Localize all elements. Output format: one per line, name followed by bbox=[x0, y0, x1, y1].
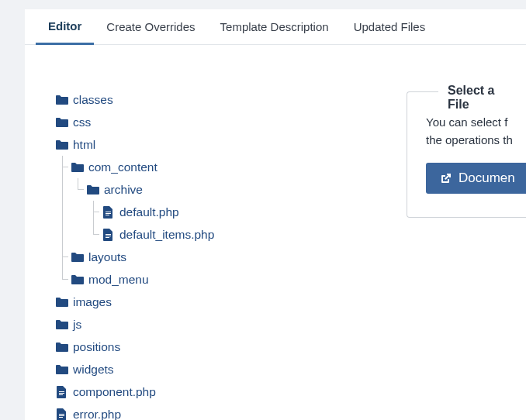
folder-icon bbox=[54, 93, 68, 107]
folder-icon bbox=[70, 273, 84, 287]
folder-positions[interactable]: positions bbox=[54, 336, 358, 358]
tab-bar: Editor Create Overrides Template Descrip… bbox=[25, 9, 526, 45]
folder-html[interactable]: html bbox=[54, 133, 358, 156]
folder-label: layouts bbox=[88, 251, 126, 263]
folder-js[interactable]: js bbox=[54, 313, 358, 336]
folder-icon bbox=[54, 340, 68, 354]
tab-updated-files[interactable]: Updated Files bbox=[341, 9, 438, 45]
folder-icon bbox=[54, 363, 68, 377]
tab-label: Template Description bbox=[220, 20, 329, 33]
file-tree: classes css html com_content bbox=[25, 88, 358, 420]
file-icon bbox=[54, 385, 68, 399]
file-default-items-php[interactable]: default_items.php bbox=[54, 223, 358, 246]
external-link-icon bbox=[440, 172, 452, 184]
tab-template-description[interactable]: Template Description bbox=[208, 9, 341, 45]
file-label: default_items.php bbox=[119, 229, 214, 241]
folder-label: html bbox=[73, 139, 95, 151]
folder-widgets[interactable]: widgets bbox=[54, 358, 358, 380]
folder-archive[interactable]: archive bbox=[54, 178, 358, 201]
folder-label: widgets bbox=[73, 363, 114, 376]
folder-open-icon bbox=[70, 160, 84, 174]
folder-icon bbox=[54, 318, 68, 332]
folder-label: css bbox=[73, 116, 91, 129]
file-component-php[interactable]: component.php bbox=[54, 380, 358, 403]
file-icon bbox=[54, 408, 68, 421]
file-label: default.php bbox=[119, 206, 179, 219]
folder-open-icon bbox=[54, 138, 68, 152]
tab-editor[interactable]: Editor bbox=[36, 9, 94, 45]
folder-label: classes bbox=[73, 94, 113, 106]
folder-icon bbox=[70, 250, 84, 264]
file-default-php[interactable]: default.php bbox=[54, 201, 358, 223]
file-error-php[interactable]: error.php bbox=[54, 403, 358, 420]
folder-label: images bbox=[73, 296, 112, 308]
tab-label: Create Overrides bbox=[106, 20, 195, 33]
folder-label: positions bbox=[73, 341, 120, 353]
tab-label: Editor bbox=[48, 19, 81, 33]
folder-css[interactable]: css bbox=[54, 111, 358, 133]
tab-create-overrides[interactable]: Create Overrides bbox=[94, 9, 207, 45]
folder-open-icon bbox=[85, 183, 99, 197]
tab-label: Updated Files bbox=[354, 20, 426, 33]
file-label: error.php bbox=[73, 408, 121, 420]
editor-panel: Editor Create Overrides Template Descrip… bbox=[25, 9, 526, 420]
folder-icon bbox=[54, 115, 68, 129]
button-label: Documen bbox=[459, 170, 515, 186]
file-label: component.php bbox=[73, 386, 156, 398]
documentation-button[interactable]: Documen bbox=[426, 163, 526, 194]
select-file-title: Select a File bbox=[438, 84, 526, 112]
folder-label: com_content bbox=[88, 161, 157, 174]
folder-mod-menu[interactable]: mod_menu bbox=[54, 268, 358, 291]
folder-layouts[interactable]: layouts bbox=[54, 246, 358, 268]
select-file-text: You can select f the operations th bbox=[426, 114, 526, 149]
file-icon bbox=[101, 205, 115, 219]
folder-label: mod_menu bbox=[88, 274, 149, 286]
select-file-box: Select a File You can select f the opera… bbox=[407, 91, 526, 218]
folder-label: js bbox=[73, 318, 81, 331]
folder-label: archive bbox=[104, 184, 143, 196]
folder-icon bbox=[54, 295, 68, 309]
file-icon bbox=[101, 228, 115, 242]
folder-images[interactable]: images bbox=[54, 291, 358, 313]
folder-classes[interactable]: classes bbox=[54, 88, 358, 111]
folder-com-content[interactable]: com_content bbox=[54, 156, 358, 178]
